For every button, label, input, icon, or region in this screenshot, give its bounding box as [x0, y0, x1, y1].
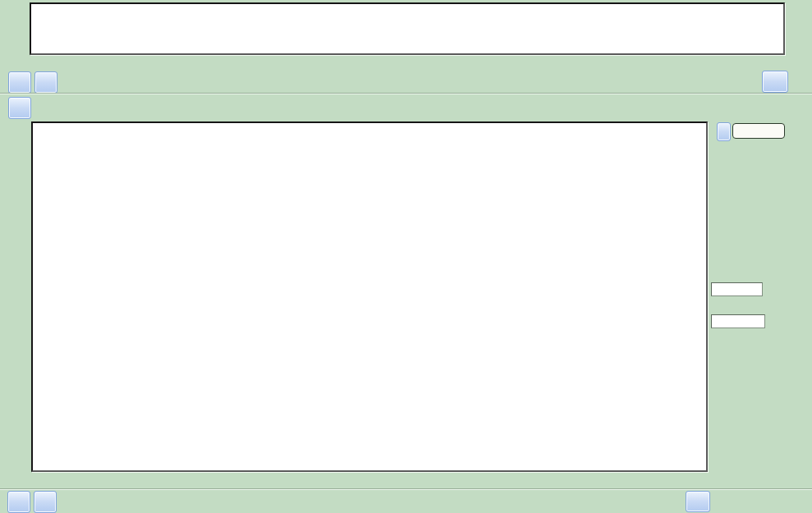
scope-vertical-scale-spinner[interactable] — [8, 71, 31, 94]
spectrum-plot — [31, 121, 708, 472]
spectrum-canvas — [33, 123, 706, 470]
audiotester-window — [0, 0, 812, 513]
x-min-input[interactable] — [711, 282, 763, 296]
scope-scroll-right-control[interactable] — [762, 71, 788, 93]
status-scroll-left-right[interactable] — [34, 491, 57, 513]
status-vertical-spinner[interactable] — [7, 491, 30, 513]
legend-scroll-spinner[interactable] — [717, 122, 731, 141]
spectrum-scroll-left-right[interactable] — [686, 491, 710, 512]
clear-curves-button[interactable] — [732, 123, 785, 139]
spectrum-vertical-scale-spinner[interactable] — [8, 97, 31, 119]
oscilloscope-plot — [30, 2, 785, 55]
panel-divider-highlight — [0, 94, 812, 94]
status-divider-highlight — [0, 489, 812, 490]
oscilloscope-canvas — [31, 4, 783, 53]
scope-scroll-left-right[interactable] — [34, 71, 57, 94]
x-max-input[interactable] — [711, 314, 765, 328]
